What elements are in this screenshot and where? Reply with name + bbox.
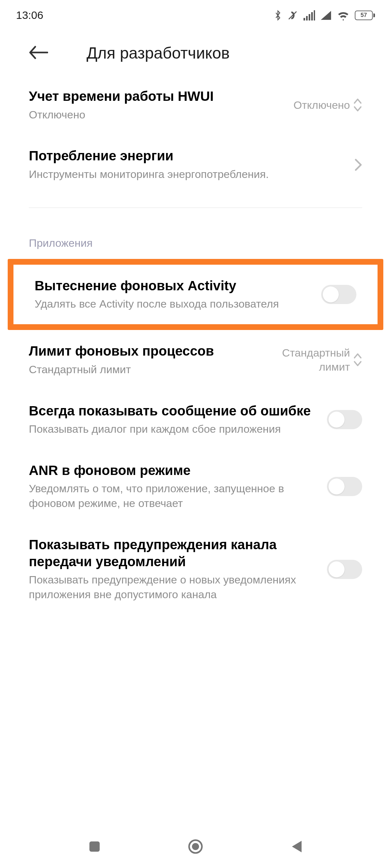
row-value: Стандартный лимит: [254, 346, 350, 374]
section-divider: [29, 208, 362, 208]
svg-rect-1: [304, 18, 305, 21]
vibrate-icon: [287, 9, 298, 21]
row-title: Лимит фоновых процессов: [29, 343, 244, 360]
row-title: Потребление энергии: [29, 148, 345, 164]
nav-home-button[interactable]: [188, 839, 203, 856]
nav-back-button[interactable]: [290, 839, 303, 855]
nav-recents-button[interactable]: [88, 840, 101, 854]
svg-rect-2: [306, 16, 308, 21]
row-title: Всегда показывать сообщение об ошибке: [29, 403, 317, 420]
svg-rect-4: [311, 12, 313, 21]
row-background-process-limit[interactable]: Лимит фоновых процессов Стандартный лими…: [0, 330, 391, 390]
page-title: Для разработчиков: [86, 44, 230, 62]
wifi-icon: [337, 10, 350, 21]
svg-point-8: [192, 843, 199, 850]
battery-level: 57: [361, 12, 367, 19]
bluetooth-icon: [274, 9, 282, 21]
row-title: Учет времени работы HWUI: [29, 88, 284, 105]
row-show-crash-dialog[interactable]: Всегда показывать сообщение об ошибке По…: [0, 390, 391, 450]
circle-icon: [188, 839, 203, 854]
row-subtitle: Стандартный лимит: [29, 362, 244, 377]
page-header: Для разработчиков: [0, 25, 391, 75]
toggle-show-crash-dialog[interactable]: [327, 410, 362, 429]
row-energy-consumption[interactable]: Потребление энергии Инструменты монитори…: [0, 135, 391, 194]
chevron-right-icon: [355, 158, 362, 171]
row-subtitle: Удалять все Activity после выхода пользо…: [35, 297, 311, 311]
svg-rect-5: [314, 10, 315, 21]
section-label-apps: Приложения: [0, 221, 391, 259]
svg-rect-3: [309, 14, 310, 21]
row-subtitle: Показывать диалог при каждом сбое прилож…: [29, 422, 317, 437]
updown-selector-icon: [353, 352, 362, 367]
row-title: Вытеснение фоновых Activity: [35, 278, 311, 294]
toggle-dont-keep-activities[interactable]: [321, 285, 356, 304]
cellular-signal-icon: [320, 10, 332, 21]
row-hwui-rendering[interactable]: Учет времени работы HWUI Отключено Отклю…: [0, 75, 391, 135]
svg-rect-6: [89, 841, 100, 852]
row-subtitle: Отключено: [29, 107, 284, 122]
highlight-annotation: Вытеснение фоновых Activity Удалять все …: [8, 259, 383, 330]
status-bar: 13:06 57: [0, 0, 391, 25]
battery-icon: 57: [355, 10, 375, 20]
toggle-background-anr[interactable]: [327, 477, 362, 496]
signal-dots-icon: [304, 10, 315, 21]
row-value: Отключено: [294, 98, 350, 112]
triangle-back-icon: [290, 839, 303, 854]
status-icons: 57: [274, 9, 375, 21]
status-time: 13:06: [16, 9, 43, 22]
row-subtitle: Показывать предупреждение о новых уведом…: [29, 572, 317, 602]
system-nav-bar: [0, 827, 391, 868]
row-dont-keep-activities[interactable]: Вытеснение фоновых Activity Удалять все …: [13, 265, 378, 324]
row-notification-channel-warnings[interactable]: Показывать предупреждения канала передач…: [0, 524, 391, 615]
square-icon: [88, 840, 101, 853]
row-title: ANR в фоновом режиме: [29, 462, 317, 479]
back-arrow-icon: [29, 45, 48, 60]
row-title: Показывать предупреждения канала передач…: [29, 536, 317, 570]
toggle-notification-channel-warnings[interactable]: [327, 560, 362, 579]
row-subtitle: Уведомлять о том, что приложение, запуще…: [29, 482, 317, 511]
row-background-anr[interactable]: ANR в фоновом режиме Уведомлять о том, ч…: [0, 450, 391, 524]
row-subtitle: Инструменты мониторинга энергопотреблени…: [29, 167, 345, 182]
updown-selector-icon: [353, 97, 362, 113]
back-button[interactable]: [29, 45, 48, 61]
